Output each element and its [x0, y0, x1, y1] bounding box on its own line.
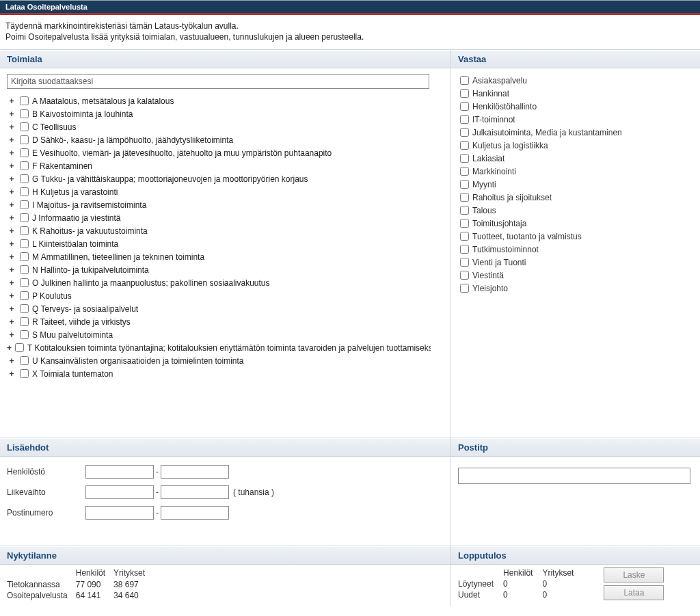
vastaa-item[interactable]: Tuotteet, tuotanto ja valmistus: [458, 230, 693, 243]
henkilosto-from[interactable]: [85, 465, 154, 479]
expand-icon[interactable]: +: [7, 252, 16, 262]
toimiala-checkbox[interactable]: [20, 213, 29, 222]
toimiala-checkbox[interactable]: [20, 291, 29, 300]
vastaa-checkbox[interactable]: [460, 271, 469, 280]
toimiala-item[interactable]: +T Kotitalouksien toiminta työnantajina;…: [7, 341, 431, 354]
expand-icon[interactable]: +: [7, 148, 16, 158]
vastaa-checkbox[interactable]: [460, 76, 469, 85]
toimiala-checkbox[interactable]: [20, 265, 29, 274]
expand-icon[interactable]: +: [7, 291, 16, 301]
vastaa-checkbox[interactable]: [460, 206, 469, 215]
toimiala-checkbox[interactable]: [20, 109, 29, 118]
toimiala-item[interactable]: +R Taiteet, viihde ja virkistys: [7, 315, 431, 328]
toimiala-item[interactable]: +U Kansainvälisten organisaatioiden ja t…: [7, 354, 431, 367]
expand-icon[interactable]: +: [7, 109, 16, 119]
postinumero-to[interactable]: [161, 506, 229, 520]
expand-icon[interactable]: +: [7, 96, 16, 106]
expand-icon[interactable]: +: [7, 369, 16, 379]
vastaa-checkbox[interactable]: [460, 167, 469, 176]
expand-icon[interactable]: +: [7, 213, 16, 223]
toimiala-checkbox[interactable]: [15, 343, 24, 352]
expand-icon[interactable]: +: [7, 174, 16, 184]
expand-icon[interactable]: +: [7, 122, 16, 132]
vastaa-checkbox[interactable]: [460, 89, 469, 98]
vastaa-checkbox[interactable]: [460, 180, 469, 189]
vastaa-item[interactable]: Asiakaspalvelu: [458, 74, 693, 87]
expand-icon[interactable]: +: [7, 330, 16, 340]
toimiala-checkbox[interactable]: [20, 174, 29, 183]
toimiala-item[interactable]: +B Kaivostoiminta ja louhinta: [7, 107, 431, 120]
vastaa-checkbox[interactable]: [460, 232, 469, 241]
vastaa-item[interactable]: Yleisjohto: [458, 282, 693, 295]
vastaa-item[interactable]: Tutkimustoiminnot: [458, 243, 693, 256]
expand-icon[interactable]: +: [7, 343, 12, 353]
vastaa-item[interactable]: Lakiasiat: [458, 152, 693, 165]
vastaa-checkbox[interactable]: [460, 193, 469, 202]
lataa-button[interactable]: Lataa: [604, 585, 664, 600]
expand-icon[interactable]: +: [7, 226, 16, 236]
toimiala-checkbox[interactable]: [20, 317, 29, 326]
toimiala-item[interactable]: +F Rakentaminen: [7, 159, 431, 172]
vastaa-item[interactable]: Henkilöstöhallinto: [458, 100, 693, 113]
vastaa-item[interactable]: Myynti: [458, 178, 693, 191]
toimiala-checkbox[interactable]: [20, 161, 29, 170]
vastaa-item[interactable]: IT-toiminnot: [458, 113, 693, 126]
expand-icon[interactable]: +: [7, 239, 16, 249]
vastaa-checkbox[interactable]: [460, 258, 469, 267]
toimiala-item[interactable]: +M Ammatillinen, tieteellinen ja teknine…: [7, 250, 431, 263]
toimiala-checkbox[interactable]: [20, 239, 29, 248]
toimiala-checkbox[interactable]: [20, 187, 29, 196]
laske-button[interactable]: Laske: [604, 567, 664, 582]
vastaa-item[interactable]: Markkinointi: [458, 165, 693, 178]
expand-icon[interactable]: +: [7, 265, 16, 275]
vastaa-item[interactable]: Kuljetus ja logistiikka: [458, 139, 693, 152]
vastaa-item[interactable]: Hankinnat: [458, 87, 693, 100]
vastaa-checkbox[interactable]: [460, 284, 469, 293]
postinumero-from[interactable]: [85, 506, 154, 520]
expand-icon[interactable]: +: [7, 356, 16, 366]
toimiala-checkbox[interactable]: [20, 252, 29, 261]
vastaa-checkbox[interactable]: [460, 115, 469, 124]
toimiala-checkbox[interactable]: [20, 148, 29, 157]
liikevaihto-to[interactable]: [161, 485, 229, 499]
toimiala-item[interactable]: +I Majoitus- ja ravitsemistoiminta: [7, 198, 431, 211]
toimiala-item[interactable]: +D Sähkö-, kaasu- ja lämpöhuolto, jäähdy…: [7, 133, 431, 146]
toimiala-checkbox[interactable]: [20, 304, 29, 313]
expand-icon[interactable]: +: [7, 187, 16, 197]
toimiala-checkbox[interactable]: [20, 122, 29, 131]
expand-icon[interactable]: +: [7, 317, 16, 327]
toimiala-checkbox[interactable]: [20, 200, 29, 209]
toimiala-item[interactable]: +G Tukku- ja vähittäiskauppa; moottoriaj…: [7, 172, 431, 185]
henkilosto-to[interactable]: [161, 465, 229, 479]
vastaa-checkbox[interactable]: [460, 141, 469, 150]
liikevaihto-from[interactable]: [85, 485, 154, 499]
expand-icon[interactable]: +: [7, 135, 16, 145]
toimiala-checkbox[interactable]: [20, 226, 29, 235]
expand-icon[interactable]: +: [7, 278, 16, 288]
vastaa-item[interactable]: Vienti ja Tuonti: [458, 256, 693, 269]
toimiala-item[interactable]: +C Teollisuus: [7, 120, 431, 133]
toimiala-item[interactable]: +H Kuljetus ja varastointi: [7, 185, 431, 198]
toimiala-item[interactable]: +K Rahoitus- ja vakuutustoiminta: [7, 224, 431, 237]
vastaa-item[interactable]: Toimitusjohtaja: [458, 217, 693, 230]
toimiala-item[interactable]: +P Koulutus: [7, 289, 431, 302]
toimiala-filter-input[interactable]: [7, 74, 429, 89]
postitp-input[interactable]: [458, 468, 690, 484]
vastaa-checkbox[interactable]: [460, 245, 469, 254]
toimiala-item[interactable]: +N Hallinto- ja tukipalvelutoiminta: [7, 263, 431, 276]
toimiala-item[interactable]: +O Julkinen hallinto ja maanpuolustus; p…: [7, 276, 431, 289]
vastaa-checkbox[interactable]: [460, 154, 469, 163]
expand-icon[interactable]: +: [7, 304, 16, 314]
vastaa-checkbox[interactable]: [460, 128, 469, 137]
toimiala-item[interactable]: +X Toimiala tuntematon: [7, 367, 431, 380]
vastaa-item[interactable]: Julkaisutoiminta, Media ja kustantaminen: [458, 126, 693, 139]
toimiala-checkbox[interactable]: [20, 369, 29, 378]
toimiala-item[interactable]: +L Kiinteistöalan toiminta: [7, 237, 431, 250]
toimiala-checkbox[interactable]: [20, 330, 29, 339]
vastaa-checkbox[interactable]: [460, 102, 469, 111]
toimiala-item[interactable]: +S Muu palvelutoiminta: [7, 328, 431, 341]
toimiala-item[interactable]: +E Vesihuolto, viemäri- ja jätevesihuolt…: [7, 146, 431, 159]
vastaa-item[interactable]: Rahoitus ja sijoitukset: [458, 191, 693, 204]
toimiala-item[interactable]: +J Informaatio ja viestintä: [7, 211, 431, 224]
toimiala-checkbox[interactable]: [20, 356, 29, 365]
